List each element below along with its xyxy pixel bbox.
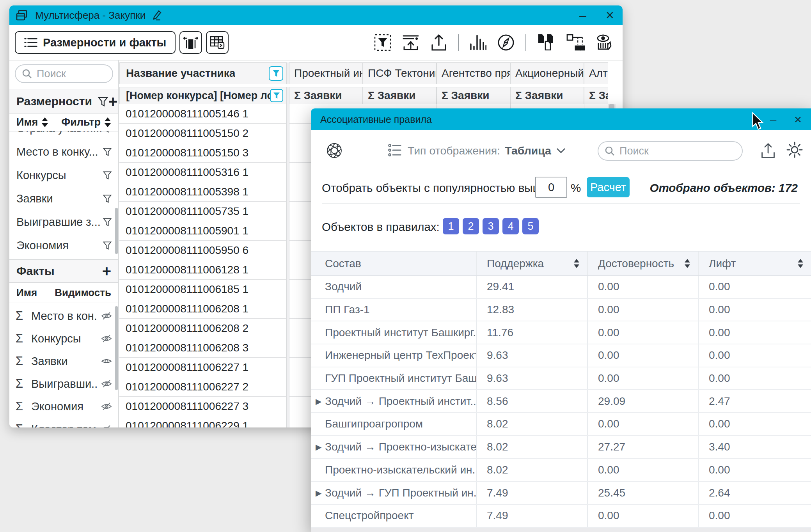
dialog-search-input[interactable] <box>619 145 736 157</box>
pivot-column-header[interactable]: Акционерный <box>510 62 584 84</box>
dimensions-filter-icon[interactable] <box>98 96 108 107</box>
col-composition[interactable]: Состав <box>311 252 477 275</box>
col-confidence[interactable]: Достоверность <box>588 252 699 275</box>
export-icon[interactable] <box>760 142 776 159</box>
table-row[interactable]: Зодчий 29.41 0.00 0.00 <box>311 276 811 299</box>
main-titlebar[interactable]: Мультисфера - Закупки – × <box>9 5 623 25</box>
list-item[interactable]: Страна участн... <box>9 131 118 140</box>
copy-documents-icon[interactable] <box>537 34 555 51</box>
dims-facts-button[interactable]: Размерности и факты <box>15 31 176 54</box>
filter-funnel-icon[interactable] <box>103 147 112 156</box>
list-item[interactable]: Конкурсы <box>9 163 118 187</box>
filter-funnel-icon[interactable] <box>103 131 112 133</box>
col-support[interactable]: Поддержка <box>477 252 588 275</box>
calculate-button[interactable]: Расчет <box>587 177 630 197</box>
filter-funnel-icon[interactable] <box>103 217 112 227</box>
list-item[interactable]: Экономия <box>9 234 118 255</box>
main-close-button[interactable]: × <box>606 8 614 22</box>
filter-funnel-icon[interactable] <box>103 194 112 203</box>
gear-icon[interactable] <box>786 141 803 158</box>
facts-scrollbar[interactable] <box>115 306 118 390</box>
table-row[interactable]: Инженерный центр ТехПроект 9.63 0.00 0.0… <box>311 344 811 367</box>
pivot-column-header[interactable]: Агентство прям <box>437 62 510 84</box>
filter-funnel-icon[interactable] <box>103 241 112 250</box>
rule-size-button-2[interactable]: 2 <box>463 218 479 234</box>
sidebar-search[interactable] <box>15 64 113 83</box>
sidebar-search-input[interactable] <box>37 68 106 80</box>
table-row[interactable]: ▶Зодчий → Проектно-изыскате... 8.02 27.2… <box>311 436 811 459</box>
bar-chart-icon[interactable] <box>469 34 486 51</box>
rule-size-button-4[interactable]: 4 <box>502 218 519 234</box>
eye-off-icon[interactable] <box>101 379 112 388</box>
table-row[interactable]: ▶Зодчий → Проектный инстит... 8.56 29.09… <box>311 390 811 413</box>
table-row[interactable]: ▶Зодчий → ГУП Проектный ин... 7.49 25.45… <box>311 482 811 505</box>
filter-dashed-icon[interactable] <box>374 34 391 51</box>
eye-off-icon[interactable] <box>101 424 112 427</box>
measure-header[interactable]: Σ Заявки <box>510 87 584 104</box>
dialog-bottom-scrollbar[interactable] <box>311 528 811 532</box>
table-row[interactable]: Проектно-изыскательский ин... 8.02 0.00 … <box>311 459 811 482</box>
sort-icon[interactable] <box>798 259 803 268</box>
column-filter-button[interactable] <box>269 66 283 81</box>
eye-off-icon[interactable] <box>101 334 112 343</box>
pivot-column-header[interactable]: Алтай <box>584 62 608 84</box>
dialog-search[interactable] <box>598 141 743 161</box>
rule-size-button-3[interactable]: 3 <box>483 218 499 234</box>
facts-col-visibility[interactable]: Видимость <box>55 287 111 299</box>
compass-icon[interactable] <box>497 34 515 51</box>
add-dimension-button[interactable]: + <box>108 94 117 109</box>
rule-size-button-1[interactable]: 1 <box>443 218 459 234</box>
expand-row-icon[interactable]: ▶ <box>316 397 321 406</box>
dialog-minimize-button[interactable]: – <box>770 113 777 125</box>
list-item[interactable]: Σ Заявки <box>9 350 118 372</box>
measure-header[interactable]: Σ Заявки <box>363 87 437 104</box>
row-dim-subheader[interactable]: [Номер конкурса] [Номер лота] <box>119 87 287 104</box>
table-row[interactable]: Спецстройпроект 7.49 0.00 0.00 <box>311 505 811 528</box>
list-item[interactable]: Заявки <box>9 187 118 210</box>
table-row[interactable]: Проектный институт Башкирг... 11.76 0.00… <box>311 321 811 344</box>
sort-icon[interactable] <box>685 259 690 268</box>
dimensions-col-filter[interactable]: Фильтр <box>61 116 101 128</box>
expand-row-icon[interactable]: ▶ <box>316 488 321 498</box>
row-dim-header[interactable]: Название участника <box>119 62 287 84</box>
measure-header[interactable]: Σ Заявки <box>584 87 608 104</box>
list-item[interactable]: Σ Конкурсы <box>9 327 118 350</box>
table-row[interactable]: ГУП Проектный институт Баш... 9.63 0.00 … <box>311 367 811 390</box>
rule-size-button-5[interactable]: 5 <box>522 218 539 234</box>
list-item[interactable]: Σ Выигравши... <box>9 372 118 395</box>
facts-col-name[interactable]: Имя <box>16 287 37 299</box>
column-width-button[interactable] <box>179 31 202 54</box>
eye-icon[interactable] <box>101 356 112 366</box>
collapse-up-icon[interactable] <box>402 34 420 51</box>
list-item[interactable]: Σ Кластер тем... <box>9 418 118 427</box>
dimensions-col-name[interactable]: Имя <box>16 116 38 128</box>
column-filter-button[interactable] <box>270 89 283 102</box>
eye-off-icon[interactable] <box>101 311 112 321</box>
measure-header[interactable]: Σ Заявки <box>289 87 363 104</box>
hierarchy-icon[interactable] <box>566 34 585 51</box>
expand-row-icon[interactable]: ▶ <box>316 442 321 452</box>
display-type-control[interactable]: Тип отображения: Таблица <box>408 142 566 159</box>
dialog-close-button[interactable]: × <box>794 113 802 126</box>
pivot-column-header[interactable]: Проектный ин <box>289 62 363 84</box>
table-row[interactable]: Башгипроагропром 8.02 0.00 0.00 <box>311 413 811 436</box>
sort-icon[interactable] <box>42 117 48 127</box>
table-layout-button[interactable] <box>206 31 229 54</box>
col-lift[interactable]: Лифт <box>699 252 811 275</box>
sort-icon[interactable] <box>105 117 111 127</box>
edit-title-icon[interactable] <box>151 9 163 21</box>
table-row[interactable]: ПП Газ-1 12.83 0.00 0.00 <box>311 299 811 322</box>
dimensions-scrollbar[interactable] <box>115 208 118 254</box>
globe-icon[interactable] <box>326 142 343 159</box>
threshold-input[interactable] <box>535 177 567 198</box>
list-item[interactable]: Σ Экономия <box>9 395 118 418</box>
measure-header[interactable]: Σ Заявки <box>437 87 510 104</box>
dialog-titlebar[interactable]: Ассоциативные правила – × <box>311 108 811 130</box>
export-icon[interactable] <box>430 34 447 51</box>
watch-eye-icon[interactable] <box>595 34 614 51</box>
pivot-column-header[interactable]: ПСФ Тектоника <box>363 62 437 84</box>
add-fact-button[interactable]: + <box>102 263 111 279</box>
sort-icon[interactable] <box>574 259 579 268</box>
list-item[interactable]: Σ Место в кон... <box>9 305 118 327</box>
filter-funnel-icon[interactable] <box>103 170 112 180</box>
